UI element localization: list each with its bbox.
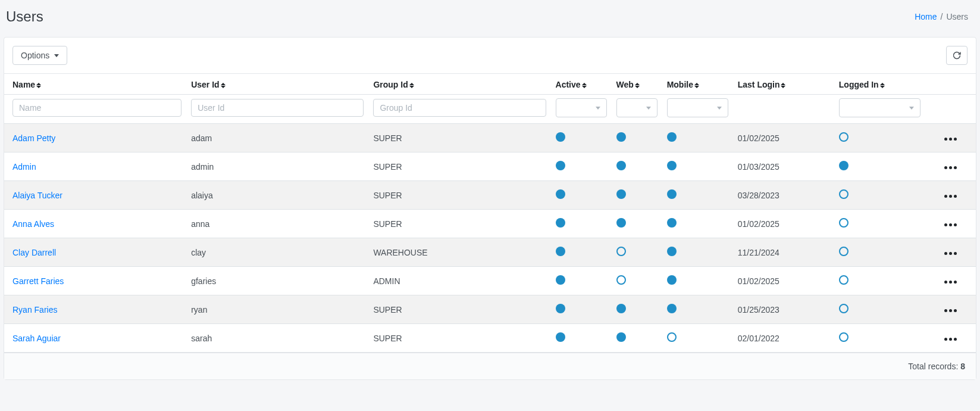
sort-icon bbox=[880, 83, 885, 88]
filter-userid-input[interactable] bbox=[191, 99, 364, 117]
user-name-link[interactable]: Ryan Faries bbox=[12, 305, 57, 315]
breadcrumb: Home / Users bbox=[915, 12, 968, 21]
status-dot-outline-icon bbox=[839, 275, 849, 285]
user-name-link[interactable]: Adam Petty bbox=[12, 133, 55, 143]
refresh-icon bbox=[952, 51, 962, 60]
status-dot-outline-icon bbox=[839, 247, 849, 256]
status-dot-filled-icon bbox=[667, 247, 677, 256]
filter-web-select[interactable] bbox=[616, 98, 657, 117]
group-id-cell: SUPER bbox=[373, 133, 402, 143]
table-row: Garrett FariesgfariesADMIN01/02/2025 bbox=[4, 267, 976, 295]
status-dot-filled-icon bbox=[616, 189, 626, 199]
status-dot-outline-icon bbox=[839, 189, 849, 199]
column-header-web[interactable]: Web bbox=[612, 74, 662, 95]
row-actions-button[interactable] bbox=[942, 250, 959, 257]
column-header-name[interactable]: Name bbox=[4, 74, 186, 95]
column-header-userid-label: User Id bbox=[191, 80, 219, 89]
filter-row bbox=[4, 95, 976, 124]
user-name-link[interactable]: Admin bbox=[12, 162, 36, 172]
toolbar: Options bbox=[4, 38, 976, 74]
status-dot-outline-icon bbox=[839, 218, 849, 228]
filter-mobile-select[interactable] bbox=[667, 98, 728, 117]
status-dot-filled-icon bbox=[616, 161, 626, 170]
status-dot-filled-icon bbox=[839, 161, 849, 170]
users-card: Options Name User Id Group Id Active bbox=[4, 37, 976, 380]
caret-down-icon bbox=[54, 54, 59, 57]
column-header-loggedin[interactable]: Logged In bbox=[834, 74, 925, 95]
caret-down-icon bbox=[646, 107, 651, 110]
row-actions-button[interactable] bbox=[942, 192, 959, 200]
last-login-cell: 01/03/2025 bbox=[738, 162, 779, 172]
last-login-cell: 11/21/2024 bbox=[738, 248, 779, 257]
status-dot-filled-icon bbox=[667, 132, 677, 142]
column-header-userid[interactable]: User Id bbox=[186, 74, 368, 95]
row-actions-button[interactable] bbox=[942, 307, 959, 315]
row-actions-button[interactable] bbox=[942, 164, 959, 172]
table-header-row: Name User Id Group Id Active Web Mobile … bbox=[4, 74, 976, 95]
user-id-cell: anna bbox=[191, 219, 209, 229]
user-id-cell: admin bbox=[191, 162, 214, 172]
status-dot-outline-icon bbox=[839, 132, 849, 142]
sort-icon bbox=[582, 83, 587, 88]
total-records-label: Total records: bbox=[908, 362, 960, 371]
column-header-loggedin-label: Logged In bbox=[839, 80, 879, 89]
column-header-name-label: Name bbox=[12, 80, 35, 89]
group-id-cell: SUPER bbox=[373, 162, 402, 172]
sort-icon bbox=[36, 83, 41, 88]
table-footer: Total records: 8 bbox=[4, 353, 976, 379]
sort-icon bbox=[409, 83, 414, 88]
user-name-link[interactable]: Alaiya Tucker bbox=[12, 191, 62, 200]
row-actions-button[interactable] bbox=[942, 221, 959, 229]
breadcrumb-home-link[interactable]: Home bbox=[915, 12, 937, 21]
status-dot-filled-icon bbox=[556, 161, 565, 170]
status-dot-filled-icon bbox=[556, 132, 565, 142]
user-id-cell: gfaries bbox=[191, 276, 216, 286]
status-dot-filled-icon bbox=[556, 304, 565, 313]
user-name-link[interactable]: Anna Alves bbox=[12, 219, 54, 229]
column-header-mobile[interactable]: Mobile bbox=[662, 74, 733, 95]
filter-active-select[interactable] bbox=[556, 98, 607, 117]
column-header-lastlogin[interactable]: Last Login bbox=[733, 74, 834, 95]
status-dot-filled-icon bbox=[616, 218, 626, 228]
user-name-link[interactable]: Garrett Faries bbox=[12, 276, 64, 286]
table-row: Clay DarrellclayWAREHOUSE11/21/2024 bbox=[4, 238, 976, 267]
filter-name-input[interactable] bbox=[12, 99, 181, 117]
last-login-cell: 01/02/2025 bbox=[738, 276, 779, 286]
status-dot-filled-icon bbox=[667, 189, 677, 199]
column-header-lastlogin-label: Last Login bbox=[738, 80, 780, 89]
row-actions-button[interactable] bbox=[942, 278, 959, 286]
user-id-cell: sarah bbox=[191, 334, 212, 343]
status-dot-outline-icon bbox=[616, 275, 626, 285]
filter-loggedin-select[interactable] bbox=[839, 98, 920, 117]
filter-groupid-input[interactable] bbox=[373, 99, 546, 117]
user-name-link[interactable]: Sarah Aguiar bbox=[12, 334, 61, 343]
group-id-cell: ADMIN bbox=[373, 276, 400, 286]
column-header-actions bbox=[925, 74, 976, 95]
status-dot-filled-icon bbox=[556, 247, 565, 256]
sort-icon bbox=[635, 83, 640, 88]
sort-icon bbox=[221, 83, 226, 88]
user-name-link[interactable]: Clay Darrell bbox=[12, 248, 56, 257]
status-dot-filled-icon bbox=[616, 332, 626, 342]
column-header-active[interactable]: Active bbox=[551, 74, 612, 95]
column-header-active-label: Active bbox=[556, 80, 581, 89]
status-dot-outline-icon bbox=[616, 247, 626, 256]
caret-down-icon bbox=[717, 107, 722, 110]
user-id-cell: ryan bbox=[191, 305, 207, 315]
last-login-cell: 01/02/2025 bbox=[738, 133, 779, 143]
row-actions-button[interactable] bbox=[942, 335, 959, 343]
last-login-cell: 03/28/2023 bbox=[738, 191, 779, 200]
refresh-button[interactable] bbox=[946, 46, 968, 65]
options-button[interactable]: Options bbox=[12, 46, 67, 65]
group-id-cell: SUPER bbox=[373, 219, 402, 229]
last-login-cell: 02/01/2022 bbox=[738, 334, 779, 343]
last-login-cell: 01/25/2023 bbox=[738, 305, 779, 315]
caret-down-icon bbox=[596, 107, 600, 110]
row-actions-button[interactable] bbox=[942, 135, 959, 143]
users-table: Name User Id Group Id Active Web Mobile … bbox=[4, 74, 976, 353]
column-header-groupid[interactable]: Group Id bbox=[368, 74, 550, 95]
options-button-label: Options bbox=[21, 51, 49, 60]
page-title: Users bbox=[6, 8, 43, 25]
status-dot-filled-icon bbox=[616, 132, 626, 142]
status-dot-filled-icon bbox=[667, 275, 677, 285]
